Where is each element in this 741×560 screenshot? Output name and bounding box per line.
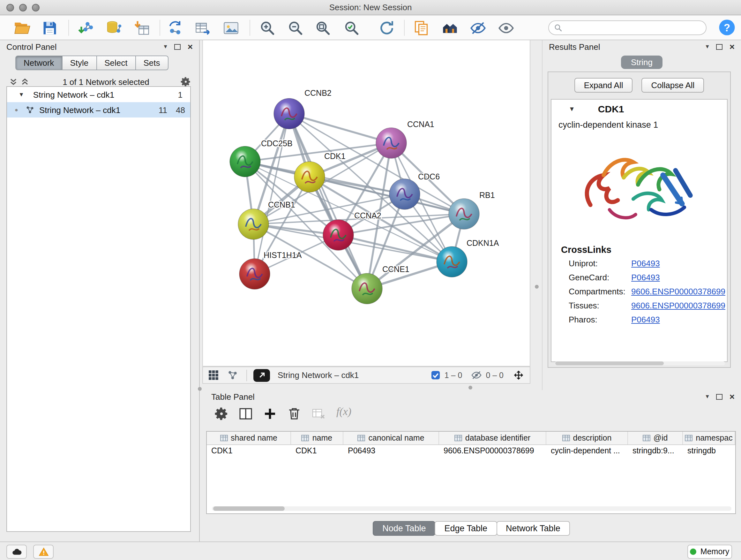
bottom-splitter-handle[interactable] — [468, 386, 472, 389]
show-all-button[interactable] — [495, 18, 517, 38]
tab-edge-table[interactable]: Edge Table — [434, 521, 497, 536]
help-button[interactable]: ? — [718, 18, 736, 37]
panel-float-icon[interactable] — [716, 394, 723, 399]
column-header-canonical-name[interactable]: canonical name — [343, 432, 439, 444]
results-horizontal-scrollbar[interactable] — [555, 361, 725, 365]
tab-select[interactable]: Select — [97, 56, 136, 70]
delete-column-trash-icon[interactable] — [286, 406, 302, 422]
zoom-selected-button[interactable] — [341, 18, 362, 38]
tab-node-table[interactable]: Node Table — [373, 521, 435, 536]
panel-menu-caret-icon[interactable]: ▾ — [164, 44, 167, 50]
crosslink-row: Tissues:9606.ENSP00000378699 — [569, 299, 727, 313]
tab-string[interactable]: String — [621, 56, 663, 69]
function-builder-label[interactable]: f(x) — [336, 406, 351, 418]
table-cell[interactable]: CDK1 — [291, 445, 343, 458]
column-header-name[interactable]: name — [291, 432, 343, 444]
network-canvas[interactable]: CCNB2CCNA1CDC25BCDK1CDC6RB1CCNB1CCNA2CDK… — [202, 40, 530, 367]
grid-view-icon[interactable] — [208, 370, 219, 381]
open-session-button[interactable] — [11, 18, 33, 38]
panel-menu-caret-icon[interactable]: ▾ — [706, 393, 709, 400]
hidden-eye-icon[interactable] — [471, 370, 482, 381]
network-node-CCNE1[interactable]: CCNE1 — [352, 265, 409, 304]
table-row[interactable]: CDK1CDK1P064939606.ENSP00000378699cyclin… — [207, 445, 735, 458]
collapse-all-icon[interactable] — [9, 77, 18, 86]
panel-float-icon[interactable] — [716, 44, 723, 50]
import-network-file-button[interactable] — [75, 18, 97, 38]
network-edge-CCNA2-CDKN1A[interactable] — [338, 235, 452, 262]
window-title: Session: New Session — [0, 3, 741, 12]
network-node-RB1[interactable]: RB1 — [449, 191, 495, 229]
network-overview-button[interactable] — [439, 18, 461, 38]
selected-checkbox-icon[interactable] — [431, 370, 441, 380]
import-table-button[interactable] — [131, 18, 152, 38]
table-cell[interactable]: 9606.ENSP00000378699 — [439, 445, 546, 458]
network-options-gear-icon[interactable] — [180, 76, 192, 87]
tab-network-table[interactable]: Network Table — [496, 521, 570, 536]
network-node-CCNB1[interactable]: CCNB1 — [238, 200, 295, 240]
panel-float-icon[interactable] — [174, 44, 181, 50]
import-network-database-button[interactable] — [103, 18, 125, 38]
collapse-all-button[interactable]: Collapse All — [642, 78, 704, 92]
right-splitter-handle[interactable] — [535, 285, 539, 289]
zoom-out-button[interactable] — [285, 18, 307, 38]
table-from-network-button[interactable] — [192, 18, 214, 38]
gene-collapse-caret-icon[interactable]: ▼ — [569, 105, 575, 112]
tree-expand-caret-icon[interactable]: ▼ — [18, 91, 24, 98]
expand-all-button[interactable]: Expand All — [575, 78, 633, 92]
show-columns-icon[interactable] — [238, 406, 253, 422]
network-from-selection-button[interactable] — [165, 18, 186, 38]
crosslink-tissues-link[interactable]: 9606.ENSP00000378699 — [631, 299, 725, 313]
tab-style[interactable]: Style — [62, 56, 97, 70]
crosslink-pharos-link[interactable]: P06493 — [631, 313, 660, 327]
network-node-CDK1[interactable]: CDK1 — [294, 152, 346, 192]
network-node-CCNA1[interactable]: CCNA1 — [376, 120, 434, 159]
network-item-label: String Network – cdk1 — [39, 105, 120, 115]
zoom-in-button[interactable] — [257, 18, 278, 38]
zoom-fit-button[interactable] — [312, 18, 334, 38]
birds-eye-view-icon[interactable] — [513, 369, 525, 381]
panel-close-icon[interactable]: × — [730, 392, 735, 401]
add-column-icon[interactable] — [262, 406, 278, 422]
tab-network[interactable]: Network — [15, 56, 62, 70]
gene-header[interactable]: ▼ CDK1 — [551, 100, 727, 118]
cloud-status-button[interactable] — [6, 545, 27, 559]
memory-button[interactable]: Memory — [687, 545, 732, 559]
hide-selected-button[interactable] — [467, 18, 489, 38]
table-cell[interactable]: cyclin-dependent ... — [546, 445, 628, 458]
column-header-description[interactable]: description — [546, 432, 628, 444]
table-cell[interactable]: stringdb:9... — [628, 445, 683, 458]
toolbar-separator — [250, 20, 250, 36]
crosslink-uniprot-link[interactable]: P06493 — [631, 257, 660, 271]
table-horizontal-scrollbar[interactable] — [212, 506, 731, 511]
column-header--id[interactable]: @id — [628, 432, 683, 444]
network-list-item-selected[interactable]: ● String Network – cdk1 11 48 — [7, 102, 190, 118]
network-share-icon[interactable] — [227, 370, 238, 381]
table-cell[interactable]: P06493 — [343, 445, 439, 458]
search-input[interactable] — [562, 23, 706, 32]
crosslink-compartments-link[interactable]: 9606.ENSP00000378699 — [631, 285, 725, 299]
column-header-shared-name[interactable]: shared name — [207, 432, 291, 444]
table-cell[interactable]: CDK1 — [207, 445, 291, 458]
annotations-button[interactable] — [410, 18, 432, 38]
open-external-button[interactable] — [253, 369, 270, 381]
table-settings-gear-icon[interactable] — [214, 406, 229, 422]
warnings-button[interactable] — [33, 545, 54, 559]
network-edge-CCNB2-CCNE1[interactable] — [289, 114, 367, 289]
panel-menu-caret-icon[interactable]: ▾ — [706, 44, 709, 50]
update-network-button[interactable] — [376, 18, 398, 38]
table-cell[interactable]: stringdb — [683, 445, 735, 458]
network-edge-CCNB2-HIST1H1A[interactable] — [255, 114, 289, 274]
tab-sets[interactable]: Sets — [136, 56, 168, 70]
panel-close-icon[interactable]: × — [730, 42, 735, 51]
save-session-button[interactable] — [39, 18, 61, 38]
export-image-button[interactable] — [220, 18, 242, 38]
left-splitter-handle[interactable] — [198, 387, 202, 391]
column-header-database-identifier[interactable]: database identifier — [439, 432, 546, 444]
panel-close-icon[interactable]: × — [188, 42, 193, 51]
network-node-HIST1H1A[interactable]: HIST1H1A — [239, 251, 302, 289]
expand-all-icon[interactable] — [20, 77, 29, 86]
network-node-CDKN1A[interactable]: CDKN1A — [436, 239, 499, 277]
crosslink-genecard-link[interactable]: P06493 — [631, 271, 660, 285]
column-header-namespac[interactable]: namespac — [683, 432, 735, 444]
network-collection-row[interactable]: ▼ String Network – cdk1 1 — [7, 87, 190, 102]
